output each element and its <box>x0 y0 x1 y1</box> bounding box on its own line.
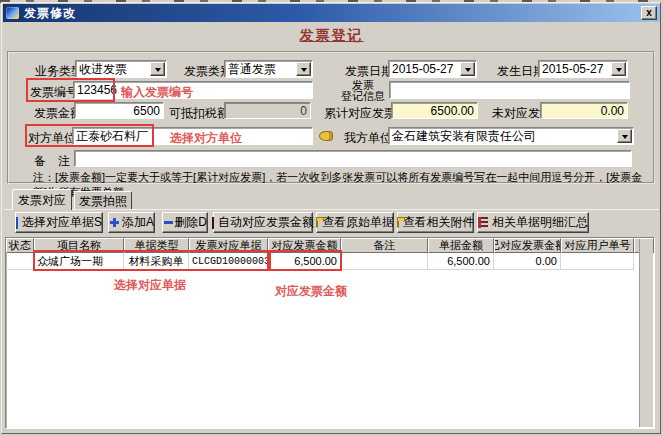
annotation-select-doc: 选择对应单据 <box>114 277 186 294</box>
column-header-invoice-amount[interactable]: 对应发票金额 <box>268 238 341 253</box>
business-type-select[interactable]: 收进发票 <box>75 60 167 78</box>
select-matching-doc-button[interactable]: 选择对应单据S <box>15 212 103 233</box>
cell-matched-amount: 0.00 <box>494 253 561 270</box>
window-title: 发票修改 <box>24 5 76 22</box>
column-header-project[interactable]: 项目名称 <box>34 238 124 253</box>
column-header-user-doc-no[interactable]: 对应用户单号 <box>561 238 634 253</box>
our-unit-label: 我方单位 <box>344 130 392 147</box>
cell-doc-amount: 6,500.00 <box>428 253 494 270</box>
invoice-date-label: 发票日期 <box>345 63 393 80</box>
cell-user-doc-no <box>561 253 634 270</box>
minus-icon <box>163 217 170 228</box>
cumulative-matched-label: 累计对应发票 <box>324 105 396 122</box>
calculator-icon <box>212 217 214 229</box>
reg-info-input[interactable] <box>389 81 630 99</box>
plus-icon <box>109 217 118 228</box>
column-header-doc-amount[interactable]: 单据金额 <box>428 238 494 253</box>
occur-date-select[interactable]: 2015-05-27 <box>538 60 628 78</box>
remark-input[interactable] <box>74 150 632 167</box>
view-original-doc-button[interactable]: 查看原始单据 <box>316 212 394 233</box>
reg-info-label: 发票 登记信息 <box>340 80 386 102</box>
auto-match-amount-button[interactable]: 自动对应发票金额 <box>213 212 313 233</box>
close-button[interactable]: x <box>641 6 657 20</box>
invoice-date-select[interactable]: 2015-05-27 <box>388 60 477 78</box>
our-unit-select[interactable]: 金石建筑安装有限责任公司 <box>388 127 634 145</box>
business-type-value: 收进发票 <box>76 61 150 78</box>
close-icon: x <box>646 7 652 18</box>
column-header-matched-amount[interactable]: 已对应发票金额 <box>494 238 561 253</box>
deductible-tax-input <box>224 102 311 119</box>
chevron-down-icon[interactable] <box>150 62 165 76</box>
chevron-down-icon[interactable] <box>296 62 311 76</box>
table-row[interactable]: 众城广场一期 材料采购单 CLCGD100000030 6,500.00 6,5… <box>6 253 654 270</box>
delete-button[interactable]: 删除D <box>162 212 208 233</box>
select-document-icon <box>16 217 18 229</box>
tab-strip-divider <box>4 209 659 210</box>
invoice-amount-input[interactable] <box>74 102 164 119</box>
folder-icon <box>316 219 318 228</box>
chevron-down-icon[interactable] <box>611 62 626 76</box>
grid-vertical-scrollbar[interactable] <box>639 239 653 427</box>
our-unit-value: 金石建筑安装有限责任公司 <box>389 128 617 145</box>
titlebar: 发票修改 x <box>3 4 660 22</box>
invoice-no-input[interactable] <box>73 81 313 99</box>
chevron-down-icon[interactable] <box>460 62 475 76</box>
page-title: 发票登记 <box>0 27 663 45</box>
invoice-date-value: 2015-05-27 <box>389 62 460 76</box>
view-attachments-button[interactable]: 查看相关附件 <box>397 212 474 233</box>
annotation-invoice-amount: 对应发票金额 <box>275 283 347 300</box>
column-header-remark[interactable]: 备注 <box>341 238 428 253</box>
cell-remark <box>341 253 428 270</box>
app-icon <box>6 7 19 19</box>
invoice-category-value: 普通发票 <box>225 61 296 78</box>
cell-invoice-amount: 6,500.00 <box>268 253 341 270</box>
tab-invoice-matching[interactable]: 发票对应 <box>12 189 72 210</box>
invoice-no-label: 发票编号 <box>30 84 78 101</box>
select-counterparty-hand-icon[interactable] <box>319 131 333 141</box>
cell-status <box>6 253 34 270</box>
cell-project: 众城广场一期 <box>34 253 124 270</box>
cell-doc-type: 材料采购单 <box>124 253 189 270</box>
deductible-tax-label: 可抵扣税额 <box>169 105 229 122</box>
chevron-down-icon[interactable] <box>617 129 632 143</box>
folder-icon <box>397 219 399 228</box>
screenshot-canvas: 发票修改 x 发票登记 业务类型 收进发票 发票类别 普通发票 发票日期 201… <box>0 0 663 436</box>
related-doc-summary-button[interactable]: 相关单据明细汇总 <box>477 212 589 233</box>
column-header-matching-doc[interactable]: 发票对应单据 <box>189 238 268 253</box>
add-button[interactable]: 添加A <box>108 212 155 233</box>
remark-label: 备 注 <box>34 153 70 170</box>
unmatched-field <box>540 102 628 119</box>
matching-doc-table: 状态 项目名称 单据类型 发票对应单据 对应发票金额 备注 单据金额 已对应发票… <box>5 237 655 429</box>
summary-icon <box>478 217 488 228</box>
annotation-counterparty: 选择对方单位 <box>170 130 242 147</box>
invoice-category-select[interactable]: 普通发票 <box>224 60 313 78</box>
occur-date-value: 2015-05-27 <box>539 62 611 76</box>
tab-invoice-photo[interactable]: 发票拍照 <box>74 191 132 210</box>
table-header-row: 状态 项目名称 单据类型 发票对应单据 对应发票金额 备注 单据金额 已对应发票… <box>6 238 654 253</box>
column-header-doc-type[interactable]: 单据类型 <box>124 238 189 253</box>
column-header-status[interactable]: 状态 <box>6 238 34 253</box>
annotation-invoice-no: 输入发票编号 <box>121 84 193 101</box>
cell-matching-doc: CLCGD100000030 <box>189 253 268 270</box>
counterparty-label: 对方单位 <box>28 130 76 147</box>
cumulative-matched-field <box>391 102 478 119</box>
